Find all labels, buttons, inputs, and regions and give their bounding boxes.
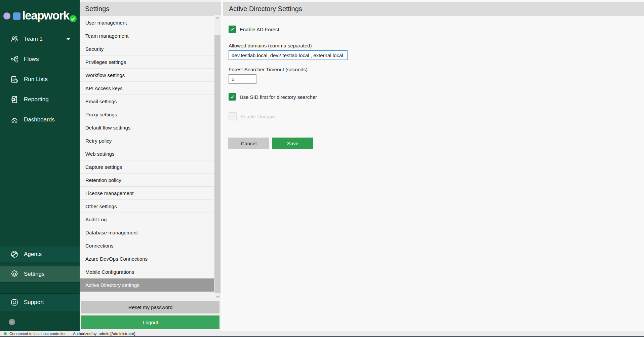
save-button[interactable]: Save <box>272 138 313 149</box>
use-sid-checkbox[interactable]: Use SID first for directory searcher <box>229 93 317 101</box>
chevron-left-icon: ‹ <box>11 320 12 324</box>
settings-list-item-active-directory[interactable]: Active Directory settings <box>80 278 214 292</box>
connection-status-icon <box>4 332 7 335</box>
sidebar-item-reporting[interactable]: R Reporting <box>0 92 80 107</box>
team-selector[interactable]: Team 1 <box>0 32 80 46</box>
sidebar-item-support[interactable]: Support <box>0 293 80 311</box>
settings-list: User management Team management Security… <box>80 16 214 292</box>
logout-button[interactable]: Logout <box>81 315 219 329</box>
sidebar-item-dashboards[interactable]: Dashboards <box>0 112 80 127</box>
brand-name: leapwork <box>22 8 69 23</box>
sidebar-item-label: Settings <box>24 271 44 277</box>
settings-list-item-email[interactable]: Email settings <box>80 95 214 108</box>
run-lists-icon <box>10 75 19 84</box>
sidebar-item-run-lists[interactable]: Run Lists <box>0 72 80 87</box>
sidebar-item-label: Run Lists <box>24 76 48 83</box>
sidebar-item-agents[interactable]: Agents <box>0 247 80 262</box>
checkbox-checked-icon <box>229 26 236 33</box>
settings-list-item-database[interactable]: Database management <box>80 226 214 239</box>
settings-list-panel: Settings User management Team management… <box>80 0 221 331</box>
enable-domain-checkbox[interactable]: Enable Domain <box>229 112 275 120</box>
logo-blue-square-icon <box>13 12 21 20</box>
settings-list-item-other[interactable]: Other settings <box>80 200 214 213</box>
settings-list-item-azure-devops[interactable]: Azure DevOps Connections <box>80 252 214 265</box>
collapse-sidebar-button[interactable]: ‹ <box>9 319 15 325</box>
settings-panel-title: Settings <box>80 2 221 16</box>
enable-ad-forest-checkbox[interactable]: Enable AD Forest <box>229 26 279 33</box>
cancel-button[interactable]: Cancel <box>228 138 269 149</box>
authorized-text: Authorized by admin [Administrator] <box>73 332 135 336</box>
scroll-up-button[interactable] <box>214 15 221 21</box>
settings-list-item-audit-log[interactable]: Audit Log <box>80 213 214 226</box>
settings-list-item-web[interactable]: Web settings <box>80 147 214 160</box>
settings-list-item-connections[interactable]: Connections <box>80 239 214 252</box>
checkbox-checked-icon <box>229 93 236 101</box>
settings-list-item-mobile-configurations[interactable]: Mobile Configurations <box>80 265 214 278</box>
chevron-down-icon <box>216 295 219 298</box>
sidebar-item-flows[interactable]: Flows <box>0 52 80 67</box>
team-selector-label: Team 1 <box>24 36 43 42</box>
allowed-domains-label: Allowed domains (comma separated) <box>229 43 312 48</box>
leapwork-logo: leapwork <box>3 8 77 23</box>
connected-check-icon <box>70 15 77 22</box>
forest-timeout-label: Forest Searcher Timeout (seconds) <box>229 67 308 72</box>
settings-list-item-license[interactable]: License management <box>80 187 214 200</box>
settings-list-item-user-management[interactable]: User management <box>80 16 214 29</box>
settings-list-item-security[interactable]: Security <box>80 42 214 55</box>
forest-timeout-input[interactable] <box>229 74 256 84</box>
active-directory-settings-panel: Active Directory Settings Enable AD Fore… <box>223 0 644 331</box>
settings-list-item-team-management[interactable]: Team management <box>80 29 214 42</box>
use-sid-label: Use SID first for directory searcher <box>240 94 317 100</box>
team-icon <box>10 35 19 43</box>
sidebar-item-label: Support <box>24 299 44 306</box>
reporting-icon: R <box>10 95 19 104</box>
dashboards-icon <box>10 115 19 124</box>
settings-list-item-default-flow[interactable]: Default flow settings <box>80 121 214 134</box>
settings-list-item-proxy[interactable]: Proxy settings <box>80 108 214 121</box>
scrollbar-thumb[interactable] <box>214 35 220 293</box>
sidebar-item-label: Dashboards <box>24 116 55 123</box>
sidebar-item-label: Reporting <box>24 96 49 103</box>
reset-password-button[interactable]: Reset my password <box>81 301 219 313</box>
sidebar-item-settings[interactable]: Settings <box>0 266 80 283</box>
status-bar: Connected to localhost controller. Autho… <box>0 331 644 337</box>
settings-list-item-retry-policy[interactable]: Retry policy <box>80 134 214 147</box>
sidebar: leapwork Team 1 Flows Run Lists R Report… <box>0 0 80 331</box>
agents-icon <box>10 250 19 259</box>
settings-list-item-retention-policy[interactable]: Retention policy <box>80 174 214 187</box>
settings-list-item-workflow[interactable]: Workflow settings <box>80 69 214 82</box>
settings-list-scrollbar[interactable] <box>214 15 221 299</box>
settings-list-item-privileges[interactable]: Privileges settings <box>80 55 214 69</box>
enable-ad-forest-label: Enable AD Forest <box>240 27 279 32</box>
sidebar-item-label: Flows <box>24 56 39 63</box>
logo-purple-dot-icon <box>3 12 10 20</box>
support-icon <box>10 298 19 307</box>
enable-domain-label: Enable Domain <box>240 114 275 119</box>
settings-list-item-api-access-keys[interactable]: API Access keys <box>80 82 214 95</box>
svg-text:R: R <box>12 98 14 101</box>
chevron-down-icon <box>66 38 70 40</box>
flows-icon <box>10 55 19 64</box>
settings-list-item-capture[interactable]: Capture settings <box>80 160 214 174</box>
gear-icon <box>10 270 19 278</box>
sidebar-item-label: Agents <box>24 251 42 258</box>
allowed-domains-input[interactable] <box>229 50 348 60</box>
checkbox-unchecked-icon <box>229 112 237 120</box>
scroll-down-button[interactable] <box>214 294 221 299</box>
page-title: Active Directory Settings <box>223 2 644 16</box>
connection-status-text: Connected to localhost controller. <box>9 332 67 336</box>
chevron-up-icon <box>216 16 219 19</box>
